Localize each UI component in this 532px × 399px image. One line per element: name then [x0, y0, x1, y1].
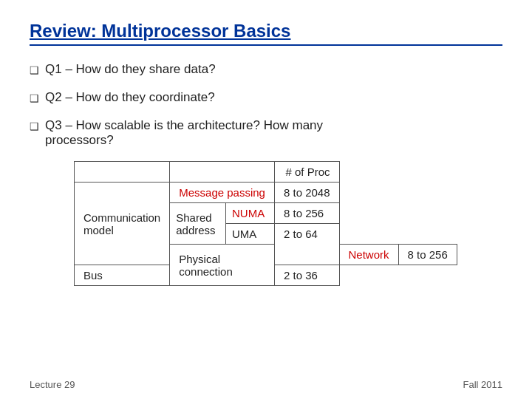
q3-line2: processors? [45, 133, 323, 148]
comm-model-label: Communicationmodel [75, 183, 170, 265]
slide-title: Review: Multiprocessor Basics [30, 21, 502, 46]
table-header-row: # of Proc [75, 162, 457, 183]
question-1: ❑ Q1 – How do they share data? [30, 62, 502, 77]
network-range: 8 to 256 [398, 245, 457, 265]
network-label: Network [339, 245, 398, 265]
header-col3: # of Proc [274, 162, 339, 183]
message-passing-range: 8 to 2048 [274, 183, 339, 203]
footer: Lecture 29 Fall 2011 [30, 379, 502, 390]
question-3: ❑ Q3 – How scalable is the architecture?… [30, 118, 502, 148]
footer-right: Fall 2011 [463, 379, 502, 390]
header-col2 [170, 162, 275, 183]
question-2: ❑ Q2 – How do they coordinate? [30, 90, 502, 105]
q3-line1: Q3 – How scalable is the architecture? H… [45, 118, 323, 133]
bus-range: 2 to 36 [274, 265, 339, 286]
physical-connection-label: Physicalconnection [170, 245, 275, 286]
bus-label: Bus [75, 265, 170, 286]
numa-range: 8 to 256 [275, 203, 339, 224]
bullet-1: ❑ [30, 64, 39, 76]
bullet-2: ❑ [30, 92, 39, 104]
shared-address-numa: Sharedaddress NUMA UMA [170, 203, 275, 245]
uma-label: UMA [226, 224, 274, 245]
message-passing-label: Message passing [170, 183, 275, 203]
footer-left: Lecture 29 [30, 379, 75, 390]
uma-range: 2 to 64 [275, 224, 339, 244]
q1-text: Q1 – How do they share data? [45, 62, 216, 77]
q3-text: Q3 – How scalable is the architecture? H… [45, 118, 323, 148]
header-col1 [75, 162, 170, 183]
table-row-message-passing: Communicationmodel Message passing 8 to … [75, 183, 457, 203]
data-table-wrapper: # of Proc Communicationmodel Message pas… [74, 161, 502, 286]
q2-text: Q2 – How do they coordinate? [45, 90, 215, 105]
bullet-3: ❑ [30, 120, 39, 132]
data-table: # of Proc Communicationmodel Message pas… [74, 161, 457, 286]
numa-label: NUMA [226, 203, 274, 224]
